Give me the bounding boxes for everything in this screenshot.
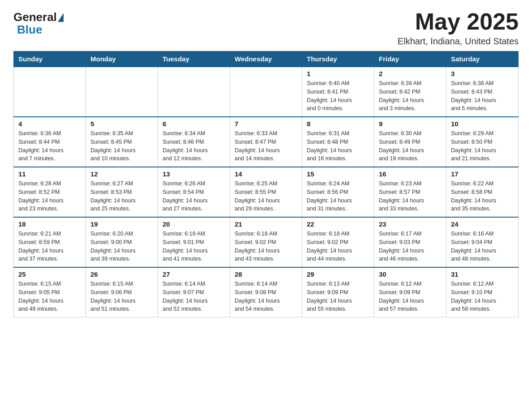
calendar-cell: 21Sunrise: 6:18 AMSunset: 9:02 PMDayligh… <box>230 217 302 267</box>
day-number: 2 <box>379 70 442 77</box>
day-info: Sunrise: 6:20 AMSunset: 9:00 PMDaylight:… <box>90 230 153 263</box>
day-info: Sunrise: 6:39 AMSunset: 8:42 PMDaylight:… <box>379 79 442 113</box>
day-number: 21 <box>235 220 297 228</box>
day-info: Sunrise: 6:25 AMSunset: 8:55 PMDaylight:… <box>235 180 297 213</box>
day-number: 30 <box>379 270 442 278</box>
col-header-tuesday: Tuesday <box>158 51 230 67</box>
calendar-cell: 27Sunrise: 6:14 AMSunset: 9:07 PMDayligh… <box>158 267 230 317</box>
logo-text: General <box>13 11 64 23</box>
day-info: Sunrise: 6:36 AMSunset: 8:44 PMDaylight:… <box>18 129 81 163</box>
logo: General Blue <box>13 9 64 37</box>
day-number: 19 <box>90 220 153 228</box>
day-number: 7 <box>235 120 297 128</box>
calendar-cell: 2Sunrise: 6:39 AMSunset: 8:42 PMDaylight… <box>374 67 446 117</box>
day-number: 24 <box>451 220 514 228</box>
calendar-cell: 31Sunrise: 6:12 AMSunset: 9:10 PMDayligh… <box>446 267 519 317</box>
day-info: Sunrise: 6:15 AMSunset: 9:05 PMDaylight:… <box>18 280 81 313</box>
col-header-monday: Monday <box>86 51 158 67</box>
day-number: 14 <box>235 170 297 178</box>
calendar-cell: 16Sunrise: 6:23 AMSunset: 8:57 PMDayligh… <box>374 167 446 217</box>
day-info: Sunrise: 6:34 AMSunset: 8:46 PMDaylight:… <box>163 129 225 163</box>
calendar-cell: 10Sunrise: 6:29 AMSunset: 8:50 PMDayligh… <box>446 117 519 167</box>
col-header-thursday: Thursday <box>302 51 374 67</box>
calendar-cell <box>158 67 230 117</box>
day-info: Sunrise: 6:29 AMSunset: 8:50 PMDaylight:… <box>451 129 514 163</box>
day-number: 17 <box>451 170 514 178</box>
calendar-cell: 9Sunrise: 6:30 AMSunset: 8:49 PMDaylight… <box>374 117 446 167</box>
day-number: 11 <box>18 170 81 178</box>
calendar-cell: 20Sunrise: 6:19 AMSunset: 9:01 PMDayligh… <box>158 217 230 267</box>
day-info: Sunrise: 6:22 AMSunset: 8:58 PMDaylight:… <box>451 180 514 213</box>
day-number: 5 <box>90 120 153 128</box>
col-header-saturday: Saturday <box>446 51 519 67</box>
logo-triangle-icon <box>58 13 64 22</box>
calendar-cell <box>86 67 158 117</box>
day-number: 6 <box>163 120 225 128</box>
day-number: 26 <box>90 270 153 278</box>
day-info: Sunrise: 6:17 AMSunset: 9:03 PMDaylight:… <box>379 230 442 263</box>
calendar-week-row: 11Sunrise: 6:28 AMSunset: 8:52 PMDayligh… <box>14 167 519 217</box>
calendar-header-row: SundayMondayTuesdayWednesdayThursdayFrid… <box>14 51 519 67</box>
day-info: Sunrise: 6:40 AMSunset: 8:41 PMDaylight:… <box>307 79 369 113</box>
day-info: Sunrise: 6:35 AMSunset: 8:45 PMDaylight:… <box>90 129 153 163</box>
calendar-cell: 29Sunrise: 6:13 AMSunset: 9:09 PMDayligh… <box>302 267 374 317</box>
calendar-cell: 24Sunrise: 6:16 AMSunset: 9:04 PMDayligh… <box>446 217 519 267</box>
day-number: 27 <box>163 270 225 278</box>
calendar-cell: 30Sunrise: 6:12 AMSunset: 9:09 PMDayligh… <box>374 267 446 317</box>
calendar-cell: 6Sunrise: 6:34 AMSunset: 8:46 PMDaylight… <box>158 117 230 167</box>
day-info: Sunrise: 6:28 AMSunset: 8:52 PMDaylight:… <box>18 180 81 213</box>
day-number: 29 <box>307 270 369 278</box>
day-info: Sunrise: 6:19 AMSunset: 9:01 PMDaylight:… <box>163 230 225 263</box>
day-number: 25 <box>18 270 81 278</box>
day-number: 9 <box>379 120 442 128</box>
calendar-cell: 17Sunrise: 6:22 AMSunset: 8:58 PMDayligh… <box>446 167 519 217</box>
day-info: Sunrise: 6:14 AMSunset: 9:08 PMDaylight:… <box>235 280 297 313</box>
calendar-cell: 5Sunrise: 6:35 AMSunset: 8:45 PMDaylight… <box>86 117 158 167</box>
day-number: 4 <box>18 120 81 128</box>
day-info: Sunrise: 6:13 AMSunset: 9:09 PMDaylight:… <box>307 280 369 313</box>
day-info: Sunrise: 6:12 AMSunset: 9:09 PMDaylight:… <box>379 280 442 313</box>
day-info: Sunrise: 6:14 AMSunset: 9:07 PMDaylight:… <box>163 280 225 313</box>
calendar-cell: 4Sunrise: 6:36 AMSunset: 8:44 PMDaylight… <box>14 117 86 167</box>
day-info: Sunrise: 6:33 AMSunset: 8:47 PMDaylight:… <box>235 129 297 163</box>
logo-blue: Blue <box>15 23 42 36</box>
day-number: 10 <box>451 120 514 128</box>
location-subtitle: Elkhart, Indiana, United States <box>398 36 519 47</box>
day-number: 31 <box>451 270 514 278</box>
day-info: Sunrise: 6:21 AMSunset: 8:59 PMDaylight:… <box>18 230 81 263</box>
calendar-week-row: 18Sunrise: 6:21 AMSunset: 8:59 PMDayligh… <box>14 217 519 267</box>
day-info: Sunrise: 6:12 AMSunset: 9:10 PMDaylight:… <box>451 280 514 313</box>
day-number: 12 <box>90 170 153 178</box>
day-number: 20 <box>163 220 225 228</box>
day-info: Sunrise: 6:31 AMSunset: 8:48 PMDaylight:… <box>307 129 369 163</box>
calendar-cell: 26Sunrise: 6:15 AMSunset: 9:06 PMDayligh… <box>86 267 158 317</box>
day-info: Sunrise: 6:30 AMSunset: 8:49 PMDaylight:… <box>379 129 442 163</box>
day-info: Sunrise: 6:26 AMSunset: 8:54 PMDaylight:… <box>163 180 225 213</box>
month-title: May 2025 <box>398 9 519 34</box>
day-number: 13 <box>163 170 225 178</box>
calendar-cell: 25Sunrise: 6:15 AMSunset: 9:05 PMDayligh… <box>14 267 86 317</box>
day-number: 16 <box>379 170 442 178</box>
day-number: 3 <box>451 70 514 77</box>
day-number: 8 <box>307 120 369 128</box>
day-info: Sunrise: 6:23 AMSunset: 8:57 PMDaylight:… <box>379 180 442 213</box>
calendar-cell <box>14 67 86 117</box>
calendar-table: SundayMondayTuesdayWednesdayThursdayFrid… <box>13 51 519 317</box>
calendar-week-row: 4Sunrise: 6:36 AMSunset: 8:44 PMDaylight… <box>14 117 519 167</box>
calendar-cell: 18Sunrise: 6:21 AMSunset: 8:59 PMDayligh… <box>14 217 86 267</box>
col-header-friday: Friday <box>374 51 446 67</box>
title-block: May 2025 Elkhart, Indiana, United States <box>398 9 519 47</box>
calendar-cell: 15Sunrise: 6:24 AMSunset: 8:56 PMDayligh… <box>302 167 374 217</box>
day-number: 1 <box>307 70 369 77</box>
calendar-cell: 19Sunrise: 6:20 AMSunset: 9:00 PMDayligh… <box>86 217 158 267</box>
calendar-cell: 11Sunrise: 6:28 AMSunset: 8:52 PMDayligh… <box>14 167 86 217</box>
col-header-wednesday: Wednesday <box>230 51 302 67</box>
day-number: 15 <box>307 170 369 178</box>
calendar-cell: 12Sunrise: 6:27 AMSunset: 8:53 PMDayligh… <box>86 167 158 217</box>
calendar-cell: 14Sunrise: 6:25 AMSunset: 8:55 PMDayligh… <box>230 167 302 217</box>
calendar-cell: 22Sunrise: 6:18 AMSunset: 9:02 PMDayligh… <box>302 217 374 267</box>
calendar-cell: 23Sunrise: 6:17 AMSunset: 9:03 PMDayligh… <box>374 217 446 267</box>
calendar-cell: 13Sunrise: 6:26 AMSunset: 8:54 PMDayligh… <box>158 167 230 217</box>
calendar-cell: 8Sunrise: 6:31 AMSunset: 8:48 PMDaylight… <box>302 117 374 167</box>
day-info: Sunrise: 6:15 AMSunset: 9:06 PMDaylight:… <box>90 280 153 313</box>
